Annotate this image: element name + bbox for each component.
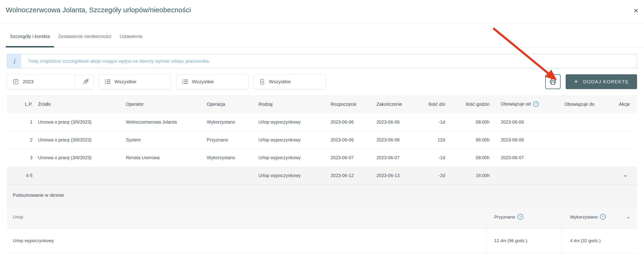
cell-operacja: Przyznano	[207, 131, 258, 149]
table-row: 2 Umowa o pracę (3/6/2023) System Przyzn…	[7, 131, 637, 149]
summary-header-przyznano: Przyznano?	[486, 206, 562, 229]
summary-value: 4 dni (32 godz.)	[570, 238, 601, 243]
operator-filter-value: Wszystkie	[114, 79, 136, 85]
close-icon[interactable]: ×	[634, 6, 638, 14]
summary-value: 12 dni (96 godz.)	[494, 238, 528, 243]
help-icon[interactable]: ?	[518, 214, 523, 220]
cell-zakonczenie: 2023-06-06	[376, 131, 422, 149]
expand-row-control[interactable]	[619, 167, 637, 184]
cell-operator-link[interactable]: Wolnoczerwcowa Jolanta	[126, 113, 207, 131]
cell-rodzaj: Urlop wypoczynkowy	[258, 167, 330, 184]
help-icon[interactable]: ?	[533, 101, 539, 107]
summary-section-label: Podsumowanie w okresie	[13, 193, 64, 198]
col-header-zrodlo: Źródło	[38, 95, 126, 113]
col-header-operator: Operator	[126, 95, 207, 113]
calendar-plus-icon	[12, 78, 19, 85]
rocket-icon[interactable]	[78, 78, 94, 85]
year-filter-dropdown[interactable]: 2023	[7, 74, 94, 89]
cell-rozpoczecie: 2023-06-12	[330, 167, 376, 184]
summary-section-title: Podsumowanie w okresie	[7, 185, 637, 206]
col-header-operacja: Operacja	[207, 95, 258, 113]
cell-rodzaj: Urlop wypoczynkowy	[258, 131, 330, 149]
tab-szczegoly-i-korekta[interactable]: Szczegóły i korekta	[6, 34, 54, 47]
add-correction-button[interactable]: + DODAJ KOREKTĘ	[566, 74, 637, 89]
cell-lp: 3	[7, 149, 38, 167]
cell-operacja: Wykorzystano	[207, 149, 258, 167]
tab-label: Szczegóły i korekta	[10, 34, 50, 39]
help-icon[interactable]: ?	[600, 214, 606, 220]
cell-rozpoczecie: 2023-06-07	[330, 149, 376, 167]
cell-ilosc-dni: -1d	[422, 149, 445, 167]
info-banner: i Tutaj znajdziesz szczegółowe akcje maj…	[7, 54, 637, 68]
document-icon	[259, 78, 266, 85]
table-row: 1 Umowa o pracę (3/6/2023) Wolnoczerwcow…	[7, 113, 637, 131]
cell-ilosc-godzin: 08:00h	[445, 149, 501, 167]
list-icon	[104, 78, 111, 85]
cell-zakonczenie: 2023-06-13	[376, 167, 422, 184]
summary-header-label: Przyznano	[494, 215, 515, 220]
chevron-down-icon	[623, 174, 628, 178]
cell-rozpoczecie: 2023-06-06	[330, 113, 376, 131]
col-header-ilosc-dni: Ilość dni	[422, 95, 445, 113]
col-header-ilosc-godzin: Ilość godzin	[445, 95, 501, 113]
cell-obowiazuje-od: 2023-06-07	[501, 149, 564, 167]
summary-header-urlop: Urlop	[7, 206, 486, 229]
summary-header-wykorzystano: Wykorzystano?	[562, 206, 637, 229]
cell-rodzaj: Urlop wypoczynkowy	[258, 149, 330, 167]
cell-operator: System	[126, 131, 207, 149]
info-icon: i	[7, 54, 21, 68]
table-row-group: 4-5 Urlop wypoczynkowy 2023-06-12 2023-0…	[7, 167, 637, 184]
cell-obowiazuje-od	[501, 167, 564, 184]
cell-ilosc-dni: 12d	[422, 131, 445, 149]
cell-lp: 4-5	[7, 167, 38, 184]
cell-zrodlo-link[interactable]: Umowa o pracę (3/6/2023)	[38, 113, 126, 131]
operation-filter-value: Wszystkie	[192, 79, 214, 85]
col-header-obowiazuje-do: Obowiązuje do	[564, 95, 619, 113]
table-row: 3 Umowa o pracę (3/6/2023) Renata Userow…	[7, 149, 637, 167]
plus-icon: +	[574, 78, 578, 85]
cell-zrodlo-link[interactable]: Umowa o pracę (3/6/2023)	[38, 131, 126, 149]
chevron-up-icon[interactable]	[626, 216, 630, 221]
cell-obowiazuje-od: 2023-06-06	[501, 113, 564, 131]
cell-rodzaj: Urlop wypoczynkowy	[258, 113, 330, 131]
type-filter-dropdown[interactable]: Wszystkie	[254, 74, 326, 89]
cell-operator-link[interactable]: Renata Userowa	[126, 149, 207, 167]
cell-zakonczenie: 2023-06-06	[376, 113, 422, 131]
cell-ilosc-godzin: 16:00h	[445, 167, 501, 184]
cell-lp: 2	[7, 131, 38, 149]
cell-lp: 1	[7, 113, 38, 131]
operation-filter-dropdown[interactable]: Wszystkie	[176, 74, 248, 89]
cell-akcje	[619, 149, 637, 167]
cell-obowiazuje-do	[564, 113, 619, 131]
summary-value: Urlop wypoczynkowy	[13, 238, 54, 243]
col-header-rozpoczecie: Rozpoczęcie	[330, 95, 376, 113]
table-header-row: L.P. Źródło Operator Operacja Rodzaj Roz…	[7, 95, 637, 113]
cell-obowiazuje-od: 2023-06-06	[501, 131, 564, 149]
tab-label: Zestawienie nieobecności	[58, 34, 111, 39]
cell-obowiazuje-do	[564, 167, 619, 184]
cell-zakonczenie: 2023-06-07	[376, 149, 422, 167]
cell-obowiazuje-do	[564, 149, 619, 167]
filter-toolbar: 2023 Wszystkie	[7, 74, 637, 89]
divider	[74, 75, 75, 89]
print-button[interactable]	[545, 74, 560, 89]
cell-ilosc-dni: -1d	[422, 113, 445, 131]
col-header-obowiazuje-od: Obowiązuje od?	[501, 95, 564, 113]
tab-ustawienia[interactable]: Ustawienia	[116, 34, 146, 47]
operator-filter-dropdown[interactable]: Wszystkie	[99, 74, 171, 89]
cell-ilosc-dni: -2d	[422, 167, 445, 184]
summary-cell-wykorzystano: 4 dni (32 godz.)	[562, 229, 637, 253]
cell-zrodlo-link[interactable]: Umowa o pracę (3/6/2023)	[38, 149, 126, 167]
tab-zestawienie-nieobecnosci[interactable]: Zestawienie nieobecności	[54, 34, 116, 47]
type-filter-value: Wszystkie	[269, 79, 291, 85]
col-header-lp: L.P.	[7, 95, 38, 113]
page-title: Wolnoczerwcowa Jolanta, Szczegóły urlopó…	[6, 6, 191, 14]
year-filter-value: 2023	[23, 79, 71, 85]
col-header-zakonczenie: Zakończenie	[376, 95, 422, 113]
cell-akcje	[619, 113, 637, 131]
info-banner-text: Tutaj znajdziesz szczegółowe akcje mając…	[21, 54, 210, 68]
summary-header-label: Urlop	[13, 215, 23, 220]
col-header-akcje: Akcje	[619, 95, 637, 113]
modal-header: Wolnoczerwcowa Jolanta, Szczegóły urlopó…	[0, 0, 644, 23]
cell-rozpoczecie: 2023-06-06	[330, 131, 376, 149]
